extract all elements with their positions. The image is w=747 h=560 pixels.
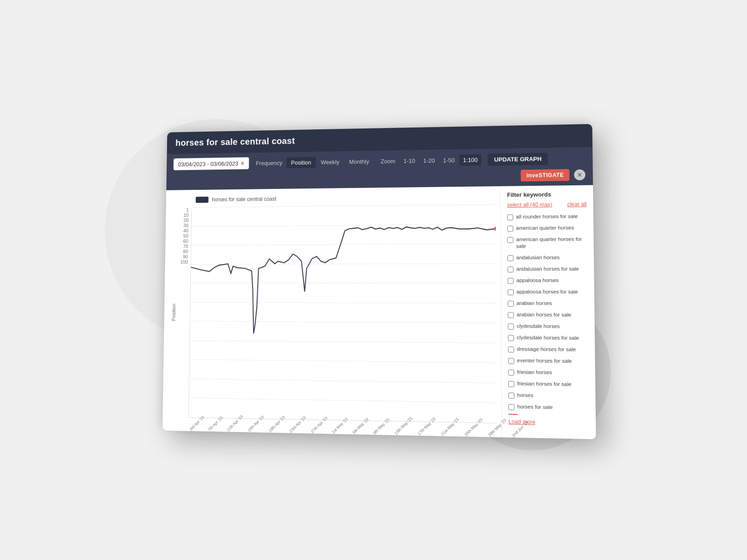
update-graph-button[interactable]: UPDATE GRAPH — [488, 153, 548, 166]
filter-item-all-rounder: all rounder horses for sale — [507, 212, 587, 222]
filter-checkbox-eventer[interactable] — [508, 358, 515, 364]
y-label-90: 90 — [174, 254, 191, 260]
filter-label-friesian[interactable]: friesian horses — [517, 368, 552, 376]
y-label-40: 40 — [174, 228, 191, 233]
chart-wrapper: 1 10 20 30 40 50 60 70 80 90 100 Po — [171, 204, 497, 423]
freq-btn-weekly[interactable]: Weekly — [316, 156, 343, 167]
filter-label-horses[interactable]: horses — [517, 392, 533, 399]
filter-item-appaloosa: appaloosa horses — [507, 276, 588, 285]
date-range-clear[interactable]: × — [241, 160, 245, 167]
y-label-10: 10 — [174, 212, 191, 218]
filter-item-clydesdale: clydesdale horses — [508, 322, 588, 331]
filter-item-appaloosa-sale: appaloosa horses for sale — [508, 287, 588, 296]
y-label-1: 1 — [174, 207, 191, 213]
filter-item-arabian: arabian horses — [508, 299, 588, 308]
filter-item-friesian: friesian horses — [508, 368, 589, 377]
filter-title: Filter keywords — [507, 191, 587, 198]
filter-label-dressage[interactable]: dressage horses for sale — [517, 346, 576, 353]
filter-item-arabian-sale: arabian horses for sale — [508, 310, 588, 319]
filter-checkbox-horses[interactable] — [508, 393, 515, 399]
filter-checkbox-aq-horses[interactable] — [507, 226, 513, 231]
x-label-1: 7th Apr '23 — [207, 415, 223, 432]
filter-checkbox-dressage[interactable] — [508, 346, 514, 352]
zoom-btn-1-10[interactable]: 1-10 — [400, 155, 419, 166]
zoom-btn-1-50[interactable]: 1-50 — [439, 154, 458, 166]
filter-checkbox-clydesdale-sale[interactable] — [508, 335, 514, 341]
frequency-buttons: Position Weekly Monthly — [287, 156, 374, 168]
zoom-btn-1-20[interactable]: 1-20 — [420, 155, 438, 166]
filter-item-andalusian-sale: andalusian horses for sale — [507, 265, 587, 274]
filter-item-eventer: eventer horses for sale — [508, 356, 588, 366]
filter-label-appaloosa[interactable]: appaloosa horses — [516, 277, 559, 284]
filter-label-andalusian[interactable]: andalusian horses — [516, 254, 560, 261]
filter-checkbox-appaloosa-sale[interactable] — [508, 289, 514, 295]
filter-checkbox-appaloosa[interactable] — [507, 278, 514, 284]
y-label-70: 70 — [174, 244, 191, 249]
date-range-input[interactable]: 03/04/2023 - 03/06/2023 × — [173, 157, 249, 171]
chart-legend: horses for sale central coast — [196, 193, 496, 203]
scene: horses for sale central coast 03/04/2023… — [127, 97, 620, 464]
filter-label-andalusian-sale[interactable]: andalusian horses for sale — [516, 265, 579, 272]
y-label-50: 50 — [174, 233, 191, 239]
filter-checkbox-horses-sale[interactable] — [508, 404, 515, 410]
filter-label-eventer[interactable]: eventer horses for sale — [517, 357, 572, 365]
frequency-label: Frequency — [256, 159, 282, 166]
freq-btn-daily[interactable]: Position — [287, 157, 316, 168]
filter-checkbox-clydesdale[interactable] — [508, 324, 514, 329]
x-labels: 3rd Apr '23 7th Apr '23 11th Apr '23 15t… — [189, 428, 497, 439]
filter-checkbox-andalusian-sale[interactable] — [507, 266, 514, 272]
filter-label-aq-horses-sale[interactable]: american quarter horses for sale — [516, 236, 587, 250]
legend-color-swatch — [196, 197, 209, 203]
filter-item-horses: horses — [508, 391, 589, 401]
filter-item-aq-horses-sale: american quarter horses for sale — [507, 235, 587, 251]
filter-sidebar: Filter keywords select all (40 max) clea… — [500, 185, 596, 439]
filter-item-aq-horses: american quarter horses — [507, 223, 587, 232]
x-label-0: 3rd Apr '23 — [189, 415, 205, 432]
toolbar: 03/04/2023 - 03/06/2023 × Frequency Posi… — [166, 147, 593, 190]
filter-checkbox-all-rounder[interactable] — [507, 214, 513, 220]
filter-label-horses-sale[interactable]: horses for sale — [517, 403, 553, 411]
filter-label-arabian[interactable]: arabian horses — [516, 300, 552, 307]
filter-checkbox-friesian[interactable] — [508, 369, 515, 376]
date-range-value: 03/04/2023 - 03/06/2023 — [178, 160, 238, 168]
filter-checkbox-andalusian[interactable] — [507, 255, 514, 261]
main-content: horses for sale central coast 1 10 20 30… — [163, 185, 596, 439]
filter-item-friesian-sale: friesian horses for sale — [508, 379, 589, 389]
page-title: horses for sale central coast — [176, 130, 583, 148]
zoom-label: Zoom — [381, 158, 395, 164]
y-axis-title: Position — [171, 304, 176, 321]
freq-btn-monthly[interactable]: Monthly — [344, 156, 374, 167]
y-label-100: 100 — [174, 259, 191, 265]
divider — [508, 414, 518, 415]
chart-svg — [189, 204, 497, 423]
investigate-button[interactable]: inveSTIGATE — [521, 169, 570, 182]
select-all-button[interactable]: select all (40 max) — [507, 201, 552, 208]
legend-label: horses for sale central coast — [212, 196, 276, 203]
filter-item-clydesdale-sale: clydesdale horses for sale — [508, 333, 588, 342]
browser-window: horses for sale central coast 03/04/2023… — [163, 124, 596, 439]
filter-label-all-rounder[interactable]: all rounder horses for sale — [516, 213, 578, 220]
close-button[interactable]: ✕ — [574, 169, 585, 180]
clear-all-button[interactable]: clear all — [567, 201, 587, 208]
y-label-30: 30 — [174, 223, 191, 228]
filter-checkbox-arabian-sale[interactable] — [508, 312, 514, 318]
chart-area: horses for sale central coast 1 10 20 30… — [163, 186, 502, 437]
filter-label-clydesdale[interactable]: clydesdale horses — [517, 323, 560, 330]
filter-label-friesian-sale[interactable]: friesian horses for sale — [517, 380, 572, 388]
filter-checkbox-aq-horses-sale[interactable] — [507, 237, 513, 243]
filter-label-appaloosa-sale[interactable]: appaloosa horses for sale — [516, 288, 578, 295]
filter-checkbox-friesian-sale[interactable] — [508, 381, 515, 387]
filter-item-dressage: dressage horses for sale — [508, 345, 588, 354]
chart-plot: 3rd Apr '23 7th Apr '23 11th Apr '23 15t… — [189, 204, 497, 423]
y-label-20: 20 — [174, 218, 191, 223]
zoom-buttons: 1-10 1-20 1-50 1:100 — [400, 154, 481, 167]
filter-label-clydesdale-sale[interactable]: clydesdale horses for sale — [517, 334, 579, 341]
y-axis: 1 10 20 30 40 50 60 70 80 90 100 — [173, 207, 191, 282]
filter-item-andalusian: andalusian horses — [507, 253, 587, 262]
filter-label-arabian-sale[interactable]: arabian horses for sale — [517, 311, 571, 318]
filter-checkbox-arabian[interactable] — [508, 301, 514, 307]
zoom-btn-1-100[interactable]: 1:100 — [459, 154, 481, 166]
filter-controls: select all (40 max) clear all — [507, 201, 587, 208]
filter-label-aq-horses[interactable]: american quarter horses — [516, 224, 574, 231]
y-label-60: 60 — [174, 239, 191, 244]
